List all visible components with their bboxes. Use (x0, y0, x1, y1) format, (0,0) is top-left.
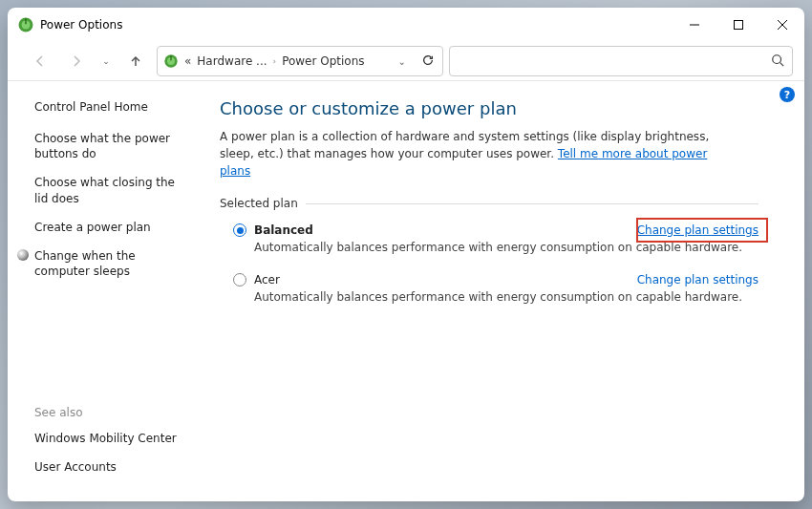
see-also-label: See also (34, 406, 191, 419)
title-bar: Power Options (8, 8, 804, 42)
svg-line-11 (780, 62, 784, 66)
plan-description: Automatically balances performance with … (254, 241, 778, 254)
plan-name[interactable]: Acer (254, 273, 280, 286)
svg-point-10 (773, 54, 781, 63)
power-plan-item: Acer Change plan settings Automatically … (233, 273, 778, 304)
breadcrumb-ellipsis[interactable]: « (184, 54, 191, 68)
plan-radio-acer[interactable] (233, 273, 246, 286)
page-title: Choose or customize a power plan (220, 98, 778, 118)
see-also-mobility-center[interactable]: Windows Mobility Center (34, 431, 191, 446)
svg-rect-2 (25, 18, 27, 24)
maximize-button[interactable] (716, 8, 760, 42)
sidebar: Control Panel Home Choose what the power… (8, 81, 203, 501)
control-panel-window: Power Options ⌄ « Hardware ... › Power O… (8, 8, 804, 501)
chevron-right-icon: › (273, 56, 277, 66)
address-bar[interactable]: « Hardware ... › Power Options ⌄ (157, 46, 443, 76)
address-dropdown[interactable]: ⌄ (395, 56, 410, 67)
plan-radio-balanced[interactable] (233, 223, 246, 237)
close-button[interactable] (760, 8, 804, 42)
back-button[interactable] (25, 46, 55, 76)
see-also-user-accounts[interactable]: User Accounts (34, 459, 191, 475)
power-options-icon (17, 16, 34, 33)
navigation-bar: ⌄ « Hardware ... › Power Options ⌄ (8, 42, 804, 80)
change-plan-settings-link[interactable]: Change plan settings (637, 223, 759, 237)
main-content: Choose or customize a power plan A power… (203, 81, 804, 501)
window-buttons (673, 8, 804, 42)
change-plan-settings-link[interactable]: Change plan settings (637, 273, 759, 286)
power-options-icon (163, 53, 179, 69)
search-icon (771, 53, 784, 70)
section-divider (306, 203, 759, 204)
content-area: ? Control Panel Home Choose what the pow… (8, 81, 804, 501)
window-title: Power Options (40, 18, 122, 32)
sidebar-link-computer-sleeps[interactable]: Change when the computer sleeps (34, 248, 191, 279)
breadcrumb-segment[interactable]: Power Options (280, 54, 366, 68)
control-panel-home-link[interactable]: Control Panel Home (34, 100, 191, 114)
plan-name[interactable]: Balanced (254, 223, 313, 237)
up-button[interactable] (120, 46, 151, 76)
section-header: Selected plan (220, 197, 778, 210)
section-label: Selected plan (220, 197, 298, 210)
svg-rect-9 (170, 55, 171, 60)
sidebar-link-power-buttons[interactable]: Choose what the power buttons do (34, 131, 191, 161)
page-description: A power plan is a collection of hardware… (220, 128, 736, 180)
minimize-button[interactable] (673, 8, 716, 42)
help-icon[interactable]: ? (780, 87, 795, 102)
forward-button[interactable] (61, 46, 92, 76)
breadcrumb-segment[interactable]: Hardware ... (195, 54, 268, 68)
sidebar-link-create-plan[interactable]: Create a power plan (34, 220, 191, 235)
power-plan-item: Balanced Change plan settings Automatica… (233, 223, 778, 254)
refresh-button[interactable] (414, 53, 437, 70)
sidebar-link-closing-lid[interactable]: Choose what closing the lid does (34, 175, 191, 205)
plan-description: Automatically balances performance with … (254, 290, 778, 304)
recent-dropdown[interactable]: ⌄ (97, 46, 115, 76)
svg-rect-4 (735, 21, 743, 30)
search-box[interactable] (449, 46, 793, 76)
